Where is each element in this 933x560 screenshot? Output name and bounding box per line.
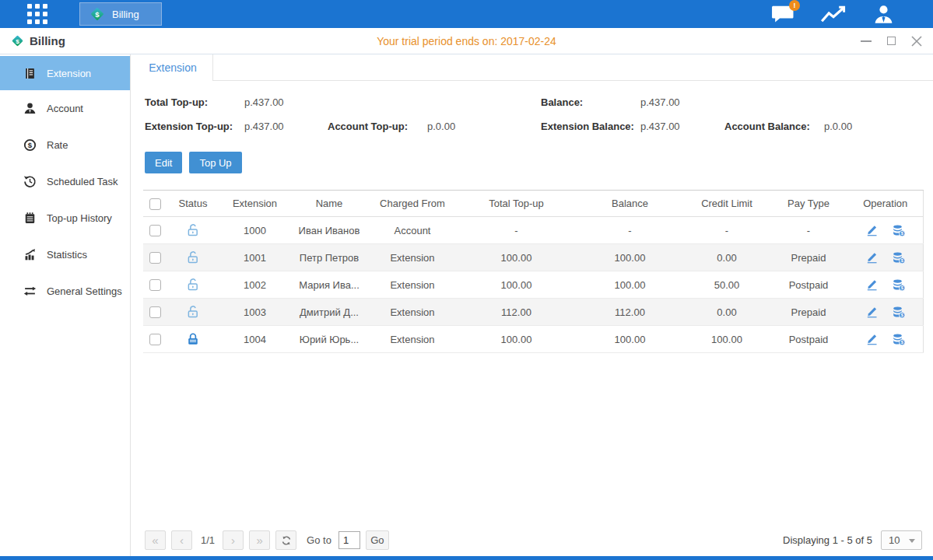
balance-value: p.437.00 <box>640 96 680 108</box>
topup-coins-icon[interactable]: $ <box>892 306 906 319</box>
topup-coins-icon[interactable]: $ <box>892 224 906 237</box>
cell-pay-type: Postpaid <box>769 271 848 299</box>
cell-balance: 100.00 <box>575 244 685 271</box>
edit-pencil-icon[interactable] <box>865 224 879 237</box>
edit-pencil-icon[interactable] <box>865 278 879 292</box>
cell-balance: 112.00 <box>575 299 685 326</box>
sidebar-item-scheduled-task[interactable]: Scheduled Task <box>0 163 130 200</box>
cell-pay-type: Prepaid <box>769 299 848 326</box>
messages-icon[interactable]: ! <box>771 5 794 23</box>
prev-page-button[interactable]: ‹ <box>171 530 192 550</box>
close-icon[interactable] <box>911 36 922 47</box>
cell-name: Петр Петров <box>291 244 367 271</box>
goto-label: Go to <box>307 534 331 546</box>
cell-name: Юрий Юрь... <box>291 326 367 353</box>
col-operation: Operation <box>848 191 923 217</box>
cell-extension: 1004 <box>219 326 291 353</box>
trial-notice: Your trial period ends on: 2017-02-24 <box>0 35 933 47</box>
app-tab-label: Billing <box>112 9 139 20</box>
page-size-select[interactable]: 10 <box>881 530 922 550</box>
go-button[interactable]: Go <box>366 530 389 550</box>
top-up-button[interactable]: Top Up <box>189 152 241 173</box>
lock-icon[interactable] <box>186 305 200 319</box>
extensions-table: Status Extension Name Charged From Total… <box>143 190 924 353</box>
cell-extension: 1000 <box>219 217 291 244</box>
next-page-button[interactable]: › <box>223 530 244 550</box>
cell-credit-limit: - <box>685 217 769 244</box>
balance-field: Balance: p.437.00 <box>541 96 680 108</box>
refresh-icon[interactable] <box>275 530 296 550</box>
lock-icon[interactable] <box>186 223 200 237</box>
first-page-button[interactable]: « <box>145 530 166 550</box>
col-pay-type: Pay Type <box>769 191 848 217</box>
cell-total-topup: 100.00 <box>458 326 575 353</box>
col-status: Status <box>167 191 219 217</box>
cell-charged-from: Account <box>367 217 458 244</box>
extension-balance-field: Extension Balance: p.437.00 <box>541 121 680 132</box>
row-checkbox[interactable] <box>149 279 161 291</box>
col-charged-from: Charged From <box>367 191 458 217</box>
sidebar-item-label: Top-up History <box>47 212 112 224</box>
window-controls <box>861 36 922 47</box>
cell-balance: - <box>575 217 685 244</box>
maximize-icon[interactable] <box>887 37 896 45</box>
account-balance-label: Account Balance: <box>724 121 824 132</box>
sidebar-item-extension[interactable]: Extension <box>0 56 130 90</box>
cell-extension: 1002 <box>219 271 291 299</box>
topup-coins-icon[interactable]: $ <box>892 333 906 346</box>
edit-pencil-icon[interactable] <box>865 251 879 264</box>
row-checkbox[interactable] <box>149 306 161 318</box>
cell-total-topup: 100.00 <box>458 244 575 271</box>
topbar-app-tab-billing[interactable]: $ Billing <box>79 2 162 26</box>
sidebar-item-rate[interactable]: $ Rate <box>0 127 130 163</box>
minimize-icon[interactable] <box>861 40 872 42</box>
svg-text:$: $ <box>16 38 19 45</box>
user-icon[interactable] <box>873 5 894 24</box>
edit-pencil-icon[interactable] <box>865 306 879 319</box>
cell-pay-type: - <box>769 217 848 244</box>
tab-strip: Extension <box>132 54 933 81</box>
billing-diamond-icon: $ <box>89 6 105 22</box>
cell-balance: 100.00 <box>575 271 685 299</box>
cell-charged-from: Extension <box>367 244 458 271</box>
cell-total-topup: 112.00 <box>458 299 575 326</box>
edit-button[interactable]: Edit <box>145 152 182 173</box>
extension-topup-label: Extension Top-up: <box>145 121 244 132</box>
apps-grid-icon[interactable] <box>27 4 47 24</box>
sidebar-item-label: Extension <box>47 68 91 79</box>
select-all-checkbox[interactable] <box>149 198 161 210</box>
row-checkbox[interactable] <box>149 252 161 264</box>
row-checkbox[interactable] <box>149 334 161 345</box>
system-topbar: $ Billing ! <box>0 0 933 28</box>
cell-balance: 100.00 <box>575 326 685 353</box>
lock-icon[interactable] <box>186 332 200 346</box>
tab-extension[interactable]: Extension <box>133 54 213 81</box>
person-icon <box>23 102 37 115</box>
tab-strip-filler <box>213 54 933 81</box>
sidebar-item-label: Statistics <box>47 249 87 261</box>
balance-summary: Total Top-up: p.437.00 Balance: p.437.00… <box>132 81 933 142</box>
cell-charged-from: Extension <box>367 271 458 299</box>
topup-coins-icon[interactable]: $ <box>892 278 906 292</box>
cell-pay-type: Prepaid <box>769 244 848 271</box>
svg-text:$: $ <box>95 10 100 19</box>
cell-total-topup: 100.00 <box>458 271 575 299</box>
row-checkbox[interactable] <box>149 225 161 236</box>
lock-icon[interactable] <box>186 250 200 264</box>
monitor-chart-icon[interactable] <box>820 5 847 24</box>
extension-balance-value: p.437.00 <box>640 121 680 132</box>
goto-page-input[interactable] <box>338 531 360 549</box>
sidebar-item-account[interactable]: Account <box>0 90 130 127</box>
lock-icon[interactable] <box>186 278 200 292</box>
table-header-row: Status Extension Name Charged From Total… <box>143 191 923 217</box>
balance-label: Balance: <box>541 96 640 108</box>
sidebar-item-topup-history[interactable]: Top-up History <box>0 200 130 236</box>
topup-coins-icon[interactable]: $ <box>892 251 906 264</box>
last-page-button[interactable]: » <box>249 530 270 550</box>
sidebar-item-statistics[interactable]: Statistics <box>0 236 130 273</box>
sidebar-item-general-settings[interactable]: General Settings <box>0 273 130 310</box>
edit-pencil-icon[interactable] <box>865 333 879 346</box>
pagination-bar: « ‹ 1/1 › » Go to Go Displaying 1 - 5 of… <box>145 530 922 551</box>
col-balance: Balance <box>575 191 685 217</box>
svg-text:$: $ <box>28 141 33 149</box>
